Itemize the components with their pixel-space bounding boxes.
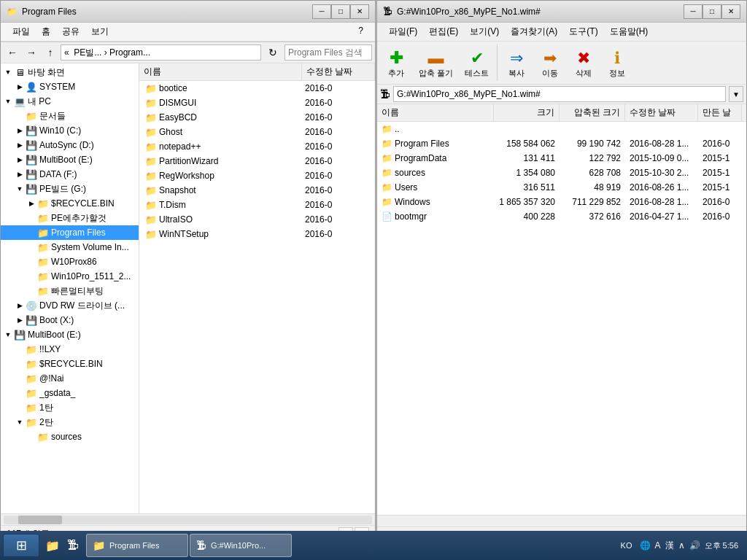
- taskbar-item-sevenzip[interactable]: 🗜 G:#Win10Pro...: [190, 534, 292, 557]
- file-row-partitionwizard[interactable]: 📁 PartitionWizard 2016-0: [139, 154, 375, 168]
- tree-item-bootx[interactable]: ▶ 💾 Boot (X:): [1, 313, 139, 327]
- col-header-modified[interactable]: 수정한 날짜: [302, 63, 375, 80]
- zip-address-dropdown[interactable]: ▼: [729, 86, 743, 102]
- zip-menu-file[interactable]: 파일(F): [383, 24, 423, 39]
- zip-row-programdata[interactable]: 📁 ProgramData 131 411 122 792 2015-10-09…: [377, 151, 746, 166]
- tree-item-pebuild[interactable]: ▼ 💾 PE빌드 (G:): [1, 182, 139, 196]
- test-button[interactable]: ✔ 테스트: [460, 48, 494, 81]
- explorer-minimize-button[interactable]: ─: [312, 4, 331, 19]
- zip-row-bootmgr[interactable]: 📄 bootmgr 400 228 372 616 2016-04-27 1..…: [377, 209, 746, 224]
- tree-item-recycle[interactable]: ▶ 📁 $RECYCLE.BIN: [1, 196, 139, 211]
- sevenzip-maximize-button[interactable]: □: [703, 4, 721, 19]
- taskbar-item-explorer[interactable]: 📁 Program Files: [86, 534, 188, 557]
- tree-arrow-bootx[interactable]: ▶: [14, 316, 26, 324]
- tree-arrow-autosync[interactable]: ▶: [14, 141, 26, 149]
- zip-menu-help[interactable]: 도움말(H): [604, 24, 654, 39]
- tree-item-ainai[interactable]: 📁 @!Nai: [1, 371, 139, 386]
- file-row-notepadpp[interactable]: 📁 notepad++ 2016-0: [139, 139, 375, 154]
- quicklaunch-explorer-icon[interactable]: 📁: [42, 537, 63, 554]
- zip-menu-view[interactable]: 보기(V): [464, 24, 505, 39]
- file-row-snapshot[interactable]: 📁 Snapshot 2016-0: [139, 183, 375, 198]
- tree-item-sources[interactable]: 📁 sources: [1, 429, 139, 444]
- tree-item-recycle2[interactable]: 📁 $RECYCLE.BIN: [1, 357, 139, 371]
- sevenzip-close-button[interactable]: ✕: [721, 4, 740, 19]
- tray-expand-icon[interactable]: ∧: [678, 540, 685, 551]
- file-row-winntsetup[interactable]: 📁 WinNTSetup 2016-0: [139, 227, 375, 241]
- tree-arrow-recycle[interactable]: ▶: [26, 200, 37, 207]
- tray-clock[interactable]: 오후 5:56: [705, 540, 738, 551]
- tree-item-win10pro[interactable]: 📁 Win10Pro_1511_2...: [1, 269, 139, 284]
- search-input[interactable]: [285, 44, 372, 61]
- tree-item-peadd[interactable]: 📁 PE에추가할것: [1, 211, 139, 225]
- tree-arrow-desktop[interactable]: ▼: [2, 69, 14, 76]
- address-input[interactable]: [61, 44, 261, 61]
- add-button[interactable]: ✚ 추가: [380, 48, 412, 81]
- tree-arrow-win10c[interactable]: ▶: [14, 127, 26, 134]
- refresh-button[interactable]: ↻: [264, 44, 282, 61]
- file-row-tdism[interactable]: 📁 T.Dism 2016-0: [139, 198, 375, 212]
- zip-col-header-made[interactable]: 만든 날: [698, 104, 742, 121]
- tree-item-programfiles[interactable]: 📁 Program Files: [1, 225, 139, 240]
- tree-arrow-pebuild[interactable]: ▼: [14, 185, 26, 192]
- tree-item-mypc[interactable]: ▼ 💻 내 PC: [1, 94, 139, 109]
- tree-item-documents[interactable]: 📁 문서들: [1, 109, 139, 123]
- file-row-bootice[interactable]: 📁 bootice 2016-0: [139, 81, 375, 96]
- file-row-regworkshop[interactable]: 📁 RegWorkshop 2016-0: [139, 168, 375, 183]
- file-row-dismgui[interactable]: 📁 DISMGUI 2016-0: [139, 96, 375, 110]
- tree-item-2tan[interactable]: ▼ 📁 2탄: [1, 415, 139, 429]
- tree-item-desktop[interactable]: ▼ 🖥 바탕 화면: [1, 65, 139, 79]
- zip-row-sources[interactable]: 📁 sources 1 354 080 628 708 2015-10-30 2…: [377, 166, 746, 180]
- tray-volume-icon[interactable]: 🔊: [689, 540, 700, 551]
- copy-button[interactable]: ⇒ 복사: [500, 48, 533, 81]
- up-button[interactable]: ↑: [42, 44, 59, 61]
- zip-row-users[interactable]: 📁 Users 316 511 48 919 2016-08-26 1... 2…: [377, 180, 746, 195]
- sevenzip-minimize-button[interactable]: ─: [684, 4, 703, 19]
- tree-item-multiboote[interactable]: ▶ 💾 MultiBoot (E:): [1, 152, 139, 167]
- tree-arrow-multiboote2[interactable]: ▼: [2, 331, 14, 338]
- zip-col-header-size[interactable]: 크기: [494, 104, 560, 121]
- extract-button[interactable]: ▬ 압축 풀기: [414, 48, 458, 81]
- tree-item-system[interactable]: ▶ 👤 SYSTEM: [1, 79, 139, 94]
- menu-home[interactable]: 홈: [36, 24, 56, 39]
- tree-item-dataf[interactable]: ▶ 💾 DATA (F:): [1, 167, 139, 182]
- zip-col-header-date[interactable]: 수정한 날짜: [625, 104, 698, 121]
- move-button[interactable]: ➡ 이동: [534, 48, 566, 81]
- info-button[interactable]: ℹ 정보: [601, 48, 633, 81]
- zip-address-input[interactable]: [393, 86, 726, 102]
- zip-row-programfiles[interactable]: 📁 Program Files 158 584 062 99 190 742 2…: [377, 136, 746, 151]
- file-row-easybcd[interactable]: 📁 EasyBCD 2016-0: [139, 110, 375, 125]
- forward-button[interactable]: →: [23, 44, 40, 61]
- tree-arrow-dvdrw[interactable]: ▶: [14, 302, 26, 309]
- help-icon[interactable]: ?: [352, 24, 369, 39]
- delete-button[interactable]: ✖ 삭제: [568, 48, 600, 81]
- tree-item-autosync[interactable]: ▶ 💾 AutoSync (D:): [1, 138, 139, 152]
- back-button[interactable]: ←: [4, 44, 21, 61]
- tree-item-dvdrw[interactable]: ▶ 💿 DVD RW 드라이브 (...: [1, 298, 139, 313]
- tree-arrow-dataf[interactable]: ▶: [14, 171, 26, 178]
- tree-arrow-multiboote[interactable]: ▶: [14, 156, 26, 163]
- tree-arrow-system[interactable]: ▶: [14, 83, 26, 90]
- start-button[interactable]: ⊞: [3, 534, 39, 557]
- file-row-ultraiso[interactable]: 📁 UltraISO 2016-0: [139, 212, 375, 227]
- explorer-maximize-button[interactable]: □: [331, 4, 350, 19]
- tree-item-win10c[interactable]: ▶ 💾 Win10 (C:): [1, 123, 139, 138]
- zip-menu-tools[interactable]: 도구(T): [563, 24, 603, 39]
- menu-view[interactable]: 보기: [85, 24, 115, 39]
- quicklaunch-7zip-icon[interactable]: 🗜: [64, 537, 82, 553]
- tree-item-gsdata[interactable]: 📁 _gsdata_: [1, 386, 139, 400]
- menu-file[interactable]: 파일: [7, 24, 36, 39]
- zip-row-parent[interactable]: 📁 ..: [377, 122, 746, 136]
- hscroll-thumb[interactable]: [18, 516, 62, 524]
- zip-menu-edit[interactable]: 편집(E): [423, 24, 464, 39]
- menu-share[interactable]: 공유: [56, 24, 85, 39]
- tree-item-fastmlti[interactable]: 📁 빠른멀티부팅: [1, 284, 139, 298]
- tree-arrow-mypc[interactable]: ▼: [2, 98, 14, 105]
- zip-col-header-csize[interactable]: 압축된 크기: [560, 104, 625, 121]
- zip-row-windows[interactable]: 📁 Windows 1 865 357 320 711 229 852 2016…: [377, 195, 746, 209]
- explorer-close-button[interactable]: ✕: [350, 4, 369, 19]
- explorer-hscroll[interactable]: [1, 513, 375, 525]
- tree-item-w10prox86[interactable]: 📁 W10Prox86: [1, 254, 139, 269]
- tree-item-multiboote2[interactable]: ▼ 💾 MultiBoot (E:): [1, 327, 139, 342]
- col-header-name[interactable]: 이름: [139, 63, 302, 80]
- tree-item-1tan[interactable]: 📁 1탄: [1, 400, 139, 415]
